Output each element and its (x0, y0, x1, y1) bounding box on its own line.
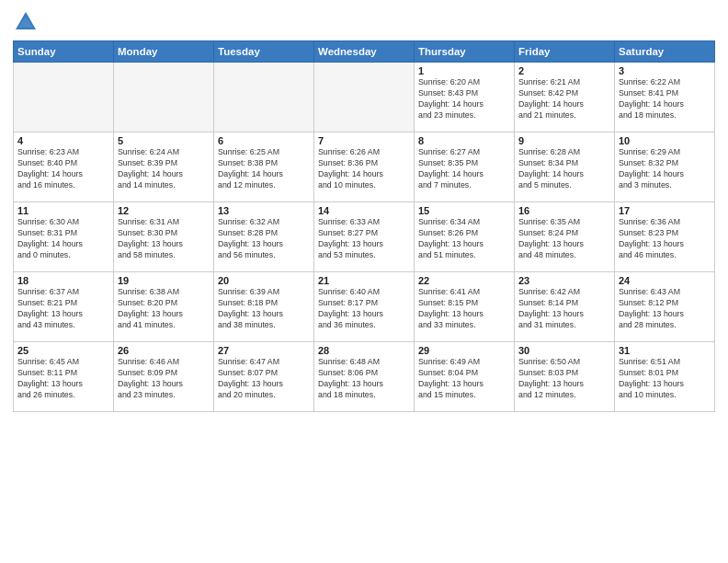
calendar-cell: 20Sunrise: 6:39 AM Sunset: 8:18 PM Dayli… (214, 272, 314, 342)
calendar-header-wednesday: Wednesday (314, 41, 415, 63)
cell-text: Sunrise: 6:29 AM Sunset: 8:32 PM Dayligh… (619, 147, 711, 191)
calendar-cell: 2Sunrise: 6:21 AM Sunset: 8:42 PM Daylig… (515, 63, 615, 132)
calendar-cell: 1Sunrise: 6:20 AM Sunset: 8:43 PM Daylig… (415, 63, 515, 132)
day-number: 18 (17, 275, 109, 286)
cell-text: Sunrise: 6:35 AM Sunset: 8:24 PM Dayligh… (518, 217, 610, 261)
day-number: 20 (218, 275, 310, 286)
day-number: 9 (518, 135, 610, 146)
calendar-cell: 16Sunrise: 6:35 AM Sunset: 8:24 PM Dayli… (515, 202, 615, 272)
cell-text: Sunrise: 6:47 AM Sunset: 8:07 PM Dayligh… (218, 357, 310, 401)
calendar-cell: 3Sunrise: 6:22 AM Sunset: 8:41 PM Daylig… (615, 63, 715, 132)
day-number: 22 (418, 275, 510, 286)
calendar-cell: 10Sunrise: 6:29 AM Sunset: 8:32 PM Dayli… (615, 132, 715, 202)
calendar-table: SundayMondayTuesdayWednesdayThursdayFrid… (13, 40, 715, 412)
day-number: 15 (418, 205, 510, 216)
day-number: 19 (118, 275, 210, 286)
cell-text: Sunrise: 6:20 AM Sunset: 8:43 PM Dayligh… (418, 77, 510, 121)
cell-text: Sunrise: 6:28 AM Sunset: 8:34 PM Dayligh… (518, 147, 610, 191)
calendar-header-tuesday: Tuesday (214, 41, 314, 63)
day-number: 11 (17, 205, 109, 216)
day-number: 8 (418, 135, 510, 146)
calendar-cell: 8Sunrise: 6:27 AM Sunset: 8:35 PM Daylig… (415, 132, 515, 202)
calendar-cell: 9Sunrise: 6:28 AM Sunset: 8:34 PM Daylig… (515, 132, 615, 202)
cell-text: Sunrise: 6:37 AM Sunset: 8:21 PM Dayligh… (17, 287, 109, 331)
cell-text: Sunrise: 6:32 AM Sunset: 8:28 PM Dayligh… (218, 217, 310, 261)
day-number: 6 (218, 135, 310, 146)
day-number: 13 (218, 205, 310, 216)
calendar-cell: 11Sunrise: 6:30 AM Sunset: 8:31 PM Dayli… (14, 202, 114, 272)
header (13, 9, 715, 35)
day-number: 1 (418, 65, 510, 76)
cell-text: Sunrise: 6:24 AM Sunset: 8:39 PM Dayligh… (118, 147, 210, 191)
calendar-cell: 23Sunrise: 6:42 AM Sunset: 8:14 PM Dayli… (515, 272, 615, 342)
cell-text: Sunrise: 6:41 AM Sunset: 8:15 PM Dayligh… (418, 287, 510, 331)
cell-text: Sunrise: 6:38 AM Sunset: 8:20 PM Dayligh… (118, 287, 210, 331)
cell-text: Sunrise: 6:36 AM Sunset: 8:23 PM Dayligh… (619, 217, 711, 261)
calendar-cell: 13Sunrise: 6:32 AM Sunset: 8:28 PM Dayli… (214, 202, 314, 272)
day-number: 29 (418, 345, 510, 356)
cell-text: Sunrise: 6:31 AM Sunset: 8:30 PM Dayligh… (118, 217, 210, 261)
cell-text: Sunrise: 6:40 AM Sunset: 8:17 PM Dayligh… (318, 287, 410, 331)
cell-text: Sunrise: 6:51 AM Sunset: 8:01 PM Dayligh… (619, 357, 711, 401)
day-number: 10 (619, 135, 711, 146)
cell-text: Sunrise: 6:50 AM Sunset: 8:03 PM Dayligh… (518, 357, 610, 401)
cell-text: Sunrise: 6:30 AM Sunset: 8:31 PM Dayligh… (17, 217, 109, 261)
logo-icon (13, 9, 39, 35)
calendar-cell: 12Sunrise: 6:31 AM Sunset: 8:30 PM Dayli… (114, 202, 214, 272)
cell-text: Sunrise: 6:27 AM Sunset: 8:35 PM Dayligh… (418, 147, 510, 191)
calendar-week-2: 4Sunrise: 6:23 AM Sunset: 8:40 PM Daylig… (14, 132, 715, 202)
day-number: 21 (318, 275, 410, 286)
day-number: 16 (518, 205, 610, 216)
day-number: 30 (518, 345, 610, 356)
calendar-week-4: 18Sunrise: 6:37 AM Sunset: 8:21 PM Dayli… (14, 272, 715, 342)
calendar-header-monday: Monday (114, 41, 214, 63)
day-number: 24 (619, 275, 711, 286)
calendar-week-1: 1Sunrise: 6:20 AM Sunset: 8:43 PM Daylig… (14, 63, 715, 132)
cell-text: Sunrise: 6:21 AM Sunset: 8:42 PM Dayligh… (518, 77, 610, 121)
calendar-cell: 27Sunrise: 6:47 AM Sunset: 8:07 PM Dayli… (214, 342, 314, 412)
calendar-header-thursday: Thursday (415, 41, 515, 63)
calendar-week-3: 11Sunrise: 6:30 AM Sunset: 8:31 PM Dayli… (14, 202, 715, 272)
day-number: 27 (218, 345, 310, 356)
cell-text: Sunrise: 6:45 AM Sunset: 8:11 PM Dayligh… (17, 357, 109, 401)
calendar-header-friday: Friday (515, 41, 615, 63)
cell-text: Sunrise: 6:39 AM Sunset: 8:18 PM Dayligh… (218, 287, 310, 331)
calendar-cell (14, 63, 114, 132)
calendar-cell: 22Sunrise: 6:41 AM Sunset: 8:15 PM Dayli… (415, 272, 515, 342)
calendar-cell: 5Sunrise: 6:24 AM Sunset: 8:39 PM Daylig… (114, 132, 214, 202)
calendar-cell: 28Sunrise: 6:48 AM Sunset: 8:06 PM Dayli… (314, 342, 415, 412)
day-number: 3 (619, 65, 711, 76)
page: SundayMondayTuesdayWednesdayThursdayFrid… (0, 0, 728, 563)
cell-text: Sunrise: 6:42 AM Sunset: 8:14 PM Dayligh… (518, 287, 610, 331)
calendar-cell (314, 63, 415, 132)
cell-text: Sunrise: 6:43 AM Sunset: 8:12 PM Dayligh… (619, 287, 711, 331)
calendar-cell: 14Sunrise: 6:33 AM Sunset: 8:27 PM Dayli… (314, 202, 415, 272)
cell-text: Sunrise: 6:23 AM Sunset: 8:40 PM Dayligh… (17, 147, 109, 191)
calendar-cell: 29Sunrise: 6:49 AM Sunset: 8:04 PM Dayli… (415, 342, 515, 412)
day-number: 28 (318, 345, 410, 356)
calendar-cell: 19Sunrise: 6:38 AM Sunset: 8:20 PM Dayli… (114, 272, 214, 342)
calendar-cell: 24Sunrise: 6:43 AM Sunset: 8:12 PM Dayli… (615, 272, 715, 342)
calendar-cell: 26Sunrise: 6:46 AM Sunset: 8:09 PM Dayli… (114, 342, 214, 412)
cell-text: Sunrise: 6:49 AM Sunset: 8:04 PM Dayligh… (418, 357, 510, 401)
calendar-cell: 18Sunrise: 6:37 AM Sunset: 8:21 PM Dayli… (14, 272, 114, 342)
cell-text: Sunrise: 6:25 AM Sunset: 8:38 PM Dayligh… (218, 147, 310, 191)
day-number: 2 (518, 65, 610, 76)
cell-text: Sunrise: 6:33 AM Sunset: 8:27 PM Dayligh… (318, 217, 410, 261)
calendar-cell (114, 63, 214, 132)
calendar-cell: 17Sunrise: 6:36 AM Sunset: 8:23 PM Dayli… (615, 202, 715, 272)
day-number: 17 (619, 205, 711, 216)
calendar-week-5: 25Sunrise: 6:45 AM Sunset: 8:11 PM Dayli… (14, 342, 715, 412)
calendar-cell: 4Sunrise: 6:23 AM Sunset: 8:40 PM Daylig… (14, 132, 114, 202)
day-number: 14 (318, 205, 410, 216)
calendar-header-sunday: Sunday (14, 41, 114, 63)
cell-text: Sunrise: 6:26 AM Sunset: 8:36 PM Dayligh… (318, 147, 410, 191)
calendar-cell: 6Sunrise: 6:25 AM Sunset: 8:38 PM Daylig… (214, 132, 314, 202)
calendar-cell: 25Sunrise: 6:45 AM Sunset: 8:11 PM Dayli… (14, 342, 114, 412)
day-number: 4 (17, 135, 109, 146)
calendar-header-saturday: Saturday (615, 41, 715, 63)
cell-text: Sunrise: 6:22 AM Sunset: 8:41 PM Dayligh… (619, 77, 711, 121)
day-number: 25 (17, 345, 109, 356)
day-number: 23 (518, 275, 610, 286)
logo (13, 9, 42, 35)
